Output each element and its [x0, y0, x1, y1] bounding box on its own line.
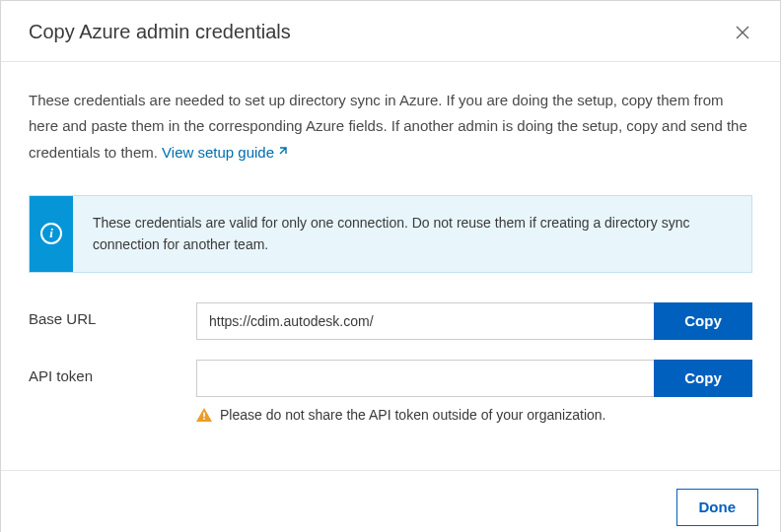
- external-link-icon: [276, 140, 288, 166]
- dialog-footer: Done: [1, 470, 780, 532]
- warning-icon: [196, 408, 212, 422]
- copy-api-token-button[interactable]: Copy: [654, 360, 752, 397]
- svg-rect-3: [203, 418, 205, 420]
- api-token-input[interactable]: [196, 360, 654, 397]
- info-icon: i: [40, 223, 62, 244]
- close-button[interactable]: [733, 23, 752, 42]
- dialog-header: Copy Azure admin credentials: [1, 1, 780, 62]
- svg-rect-2: [203, 412, 205, 417]
- dialog-title: Copy Azure admin credentials: [29, 21, 291, 43]
- warning-text: Please do not share the API token outsid…: [220, 407, 605, 423]
- base-url-row: Base URL Copy: [29, 302, 752, 340]
- info-banner: i These credentials are valid for only o…: [29, 195, 752, 273]
- dialog-body: These credentials are needed to set up d…: [1, 62, 780, 470]
- close-icon: [736, 26, 749, 39]
- api-token-row: API token Copy Please do not share the A…: [29, 360, 752, 423]
- api-token-label: API token: [29, 360, 196, 384]
- base-url-input[interactable]: [196, 302, 654, 340]
- dialog: Copy Azure admin credentials These crede…: [0, 0, 781, 532]
- copy-base-url-button[interactable]: Copy: [654, 302, 752, 340]
- done-button[interactable]: Done: [676, 489, 759, 526]
- description-main: These credentials are needed to set up d…: [29, 92, 747, 161]
- info-icon-wrap: i: [30, 196, 73, 272]
- api-token-warning: Please do not share the API token outsid…: [196, 407, 752, 423]
- info-text: These credentials are valid for only one…: [73, 196, 751, 272]
- view-setup-guide-link[interactable]: View setup guide: [162, 144, 288, 161]
- base-url-label: Base URL: [29, 302, 196, 327]
- description-text: These credentials are needed to set up d…: [29, 88, 752, 166]
